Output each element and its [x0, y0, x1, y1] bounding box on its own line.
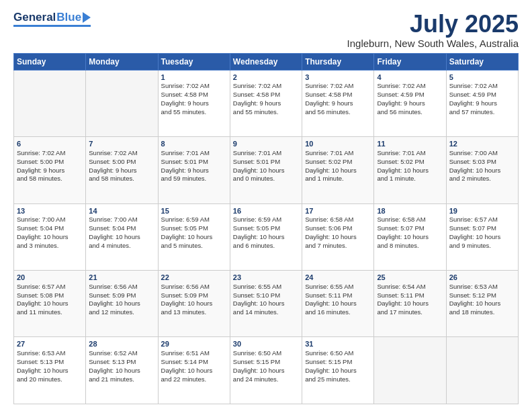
- day-info-line: Sunrise: 6:51 AM: [161, 349, 227, 358]
- day-info-line: Daylight: 10 hours: [161, 300, 227, 308]
- day-number: 10: [305, 139, 371, 149]
- day-info-line: Sunrise: 7:01 AM: [161, 149, 227, 158]
- day-info-line: Daylight: 10 hours: [449, 300, 515, 308]
- calendar-cell: 17Sunrise: 6:58 AMSunset: 5:06 PMDayligh…: [302, 203, 374, 270]
- day-info-line: Sunrise: 7:00 AM: [449, 149, 515, 158]
- calendar-cell: 29Sunrise: 6:51 AMSunset: 5:14 PMDayligh…: [158, 337, 230, 404]
- day-info-line: Sunrise: 6:55 AM: [305, 283, 371, 291]
- calendar-week-row: 13Sunrise: 7:00 AMSunset: 5:04 PMDayligh…: [14, 203, 519, 270]
- day-info-line: Sunset: 5:09 PM: [89, 291, 154, 300]
- day-info-line: Sunrise: 6:59 AM: [233, 216, 299, 224]
- day-number: 20: [17, 273, 83, 283]
- logo-blue-text: Blue: [56, 11, 81, 24]
- col-tuesday: Tuesday: [158, 53, 230, 70]
- day-number: 21: [89, 273, 154, 283]
- calendar-cell: 20Sunrise: 6:57 AMSunset: 5:08 PMDayligh…: [14, 271, 86, 337]
- day-info-line: Daylight: 10 hours: [233, 167, 299, 175]
- day-info-line: and 20 minutes.: [17, 375, 83, 384]
- day-info-line: Sunrise: 7:01 AM: [305, 149, 371, 158]
- day-info-line: Daylight: 10 hours: [161, 233, 227, 242]
- day-info-line: Daylight: 9 hours: [449, 99, 515, 108]
- day-info-line: Daylight: 9 hours: [161, 99, 227, 108]
- day-info-line: Sunset: 4:58 PM: [161, 91, 227, 99]
- col-monday: Monday: [86, 53, 158, 70]
- calendar-cell: 16Sunrise: 6:59 AMSunset: 5:05 PMDayligh…: [230, 203, 302, 270]
- calendar-cell: 30Sunrise: 6:50 AMSunset: 5:15 PMDayligh…: [230, 337, 302, 404]
- day-number: 14: [89, 206, 154, 216]
- day-info-line: Sunset: 4:58 PM: [305, 91, 371, 99]
- day-info-line: and 57 minutes.: [449, 108, 515, 117]
- day-number: 27: [17, 339, 83, 349]
- day-number: 19: [449, 206, 515, 216]
- day-info-line: Sunrise: 6:58 AM: [377, 216, 443, 224]
- day-info-line: and 55 minutes.: [161, 108, 227, 117]
- calendar-cell: 13Sunrise: 7:00 AMSunset: 5:04 PMDayligh…: [14, 203, 86, 270]
- day-info-line: and 18 minutes.: [449, 308, 515, 317]
- day-number: 6: [17, 139, 83, 149]
- day-number: 15: [161, 206, 227, 216]
- day-info-line: Sunrise: 6:58 AM: [305, 216, 371, 224]
- day-info-line: Daylight: 9 hours: [377, 99, 443, 108]
- day-info-line: Sunrise: 6:59 AM: [161, 216, 227, 224]
- day-info-line: Sunset: 5:13 PM: [17, 358, 83, 367]
- day-info-line: Sunrise: 6:52 AM: [89, 349, 154, 358]
- day-info-line: and 11 minutes.: [17, 308, 83, 317]
- day-info-line: Sunset: 5:11 PM: [377, 291, 443, 300]
- day-info-line: Sunset: 5:02 PM: [305, 158, 371, 167]
- calendar-cell: 18Sunrise: 6:58 AMSunset: 5:07 PMDayligh…: [374, 203, 446, 270]
- day-info-line: Sunrise: 7:02 AM: [449, 82, 515, 91]
- day-info-line: and 22 minutes.: [161, 375, 227, 384]
- day-info-line: Sunset: 5:01 PM: [233, 158, 299, 167]
- calendar-cell: 6Sunrise: 7:02 AMSunset: 5:00 PMDaylight…: [14, 137, 86, 203]
- day-info-line: and 17 minutes.: [377, 308, 443, 317]
- calendar-cell: 15Sunrise: 6:59 AMSunset: 5:05 PMDayligh…: [158, 203, 230, 270]
- day-info-line: and 1 minute.: [305, 175, 371, 183]
- day-info-line: and 14 minutes.: [233, 308, 299, 317]
- day-info-line: Daylight: 10 hours: [89, 233, 154, 242]
- calendar-cell: 8Sunrise: 7:01 AMSunset: 5:01 PMDaylight…: [158, 137, 230, 203]
- day-info-line: Sunrise: 7:02 AM: [377, 82, 443, 91]
- day-number: 29: [161, 339, 227, 349]
- day-info-line: and 7 minutes.: [305, 242, 371, 250]
- calendar-week-row: 27Sunrise: 6:53 AMSunset: 5:13 PMDayligh…: [14, 337, 519, 404]
- page-subtitle: Ingleburn, New South Wales, Australia: [347, 38, 519, 49]
- day-info-line: Daylight: 10 hours: [17, 233, 83, 242]
- day-number: 24: [305, 273, 371, 283]
- calendar-cell: 25Sunrise: 6:54 AMSunset: 5:11 PMDayligh…: [374, 271, 446, 337]
- day-info-line: Sunset: 5:07 PM: [449, 224, 515, 233]
- day-info-line: Sunrise: 7:02 AM: [233, 82, 299, 91]
- day-info-line: and 55 minutes.: [233, 108, 299, 117]
- calendar-header-row: Sunday Monday Tuesday Wednesday Thursday…: [14, 53, 519, 70]
- day-info-line: Sunrise: 6:56 AM: [89, 283, 154, 291]
- day-info-line: Sunrise: 7:02 AM: [89, 149, 154, 158]
- day-number: 11: [377, 139, 443, 149]
- day-info-line: Daylight: 9 hours: [161, 167, 227, 175]
- day-info-line: Sunrise: 7:02 AM: [305, 82, 371, 91]
- calendar-cell: 19Sunrise: 6:57 AMSunset: 5:07 PMDayligh…: [446, 203, 518, 270]
- calendar-cell: 24Sunrise: 6:55 AMSunset: 5:11 PMDayligh…: [302, 271, 374, 337]
- day-info-line: Daylight: 10 hours: [305, 300, 371, 308]
- day-info-line: Daylight: 10 hours: [233, 367, 299, 375]
- calendar-cell: 22Sunrise: 6:56 AMSunset: 5:09 PMDayligh…: [158, 271, 230, 337]
- calendar-cell: 4Sunrise: 7:02 AMSunset: 4:59 PMDaylight…: [374, 70, 446, 136]
- day-info-line: Daylight: 10 hours: [89, 367, 154, 375]
- day-info-line: and 25 minutes.: [305, 375, 371, 384]
- calendar-cell: 28Sunrise: 6:52 AMSunset: 5:13 PMDayligh…: [86, 337, 158, 404]
- day-info-line: Sunrise: 7:02 AM: [161, 82, 227, 91]
- title-section: July 2025 Ingleburn, New South Wales, Au…: [347, 11, 519, 49]
- day-number: 26: [449, 273, 515, 283]
- calendar-week-row: 1Sunrise: 7:02 AMSunset: 4:58 PMDaylight…: [14, 70, 519, 136]
- day-info-line: and 8 minutes.: [377, 242, 443, 250]
- calendar-cell: 14Sunrise: 7:00 AMSunset: 5:04 PMDayligh…: [86, 203, 158, 270]
- logo: General Blue: [13, 11, 91, 27]
- day-info-line: Sunrise: 6:54 AM: [377, 283, 443, 291]
- day-info-line: Sunset: 4:59 PM: [449, 91, 515, 99]
- day-number: 25: [377, 273, 443, 283]
- day-number: 8: [161, 139, 227, 149]
- day-info-line: and 21 minutes.: [89, 375, 154, 384]
- day-info-line: Sunrise: 6:50 AM: [305, 349, 371, 358]
- day-info-line: Daylight: 10 hours: [305, 233, 371, 242]
- day-number: 1: [161, 73, 227, 83]
- day-info-line: Sunrise: 6:56 AM: [161, 283, 227, 291]
- page-title: July 2025: [347, 11, 519, 38]
